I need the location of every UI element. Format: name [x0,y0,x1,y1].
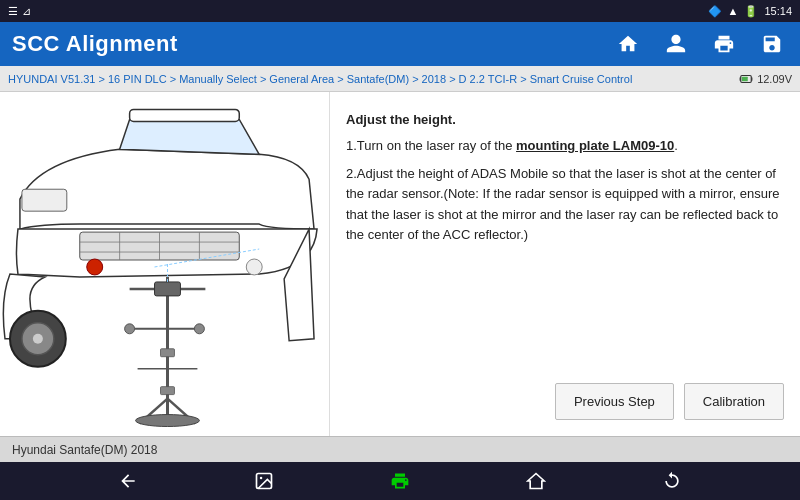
step1-link: mounting plate LAM09-10 [516,138,674,153]
previous-step-button[interactable]: Previous Step [555,383,674,420]
print-button[interactable] [708,28,740,60]
android-recents-button[interactable] [652,466,692,496]
button-row: Previous Step Calibration [346,373,784,426]
save-button[interactable] [756,28,788,60]
top-header: SCC Alignment [0,22,800,66]
step1-suffix: . [674,138,678,153]
voltage-display: 12.09V [739,72,792,86]
android-nav-bar [0,462,800,500]
step1-prefix: 1.Turn on the laser ray of the [346,138,516,153]
svg-point-29 [136,415,200,427]
svg-rect-1 [740,77,741,81]
svg-point-16 [33,334,43,344]
instruction-text: Adjust the height. 1.Turn on the laser r… [346,110,784,245]
svg-rect-2 [751,77,752,81]
instruction-heading: Adjust the height. [346,110,784,130]
menu-icon: ☰ [8,5,18,18]
svg-rect-5 [22,189,67,211]
android-print-button[interactable] [380,466,420,496]
diagram-area [0,92,330,436]
svg-rect-3 [742,76,748,81]
status-bar: ☰ ⊿ 🔷 ▲ 🔋 15:14 [0,0,800,22]
svg-point-28 [194,324,204,334]
svg-rect-31 [161,387,175,395]
svg-rect-30 [161,349,175,357]
instruction-area: Adjust the height. 1.Turn on the laser r… [330,92,800,436]
bluetooth-icon: 🔷 [708,5,722,18]
status-right-info: 🔷 ▲ 🔋 15:14 [708,5,792,18]
vehicle-info: Hyundai Santafe(DM) 2018 [12,443,157,457]
svg-point-27 [125,324,135,334]
status-left-icons: ☰ ⊿ [8,5,31,18]
svg-rect-4 [130,109,240,121]
android-back-button[interactable] [108,466,148,496]
breadcrumb-bar: HYUNDAI V51.31 > 16 PIN DLC > Manually S… [0,66,800,92]
svg-point-33 [260,477,263,480]
svg-marker-34 [528,474,545,489]
calibration-button[interactable]: Calibration [684,383,784,420]
car-diagram-svg [0,92,329,436]
breadcrumb-text: HYUNDAI V51.31 > 16 PIN DLC > Manually S… [8,73,632,85]
app-title: SCC Alignment [12,31,178,57]
voltage-value: 12.09V [757,73,792,85]
header-nav-icons [612,28,788,60]
home-button[interactable] [612,28,644,60]
footer-bar: Hyundai Santafe(DM) 2018 [0,436,800,462]
main-content: Adjust the height. 1.Turn on the laser r… [0,92,800,436]
wifi-icon: ▲ [728,5,739,17]
person-button[interactable] [660,28,692,60]
step2: 2.Adjust the height of ADAS Mobile so th… [346,164,784,245]
svg-point-13 [246,259,262,275]
battery-icon: 🔋 [744,5,758,18]
clock: 15:14 [764,5,792,17]
android-home-button[interactable] [516,466,556,496]
step1: 1.Turn on the laser ray of the mounting … [346,136,784,156]
android-image-button[interactable] [244,466,284,496]
svg-point-12 [87,259,103,275]
signal-icon: ⊿ [22,5,31,18]
svg-rect-21 [155,282,181,296]
